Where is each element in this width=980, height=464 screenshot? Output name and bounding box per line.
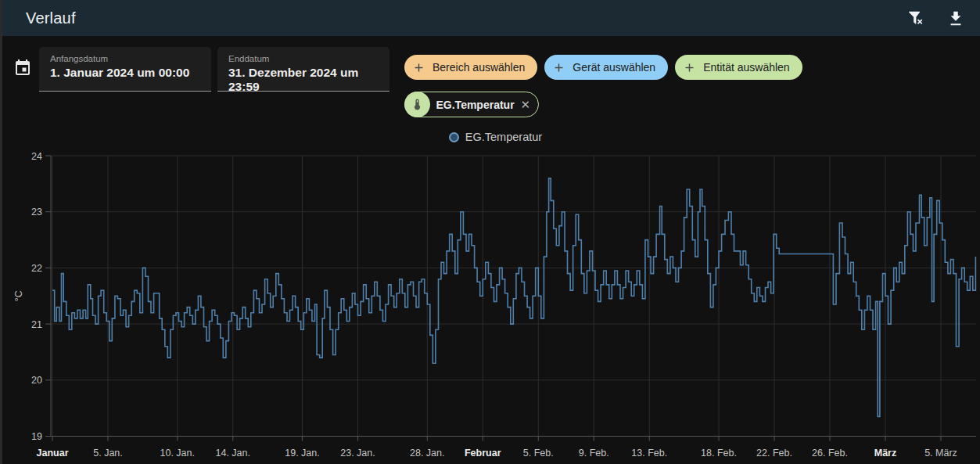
start-date-label: Anfangsdatum xyxy=(50,54,200,63)
download-icon xyxy=(947,9,964,27)
close-icon[interactable]: ✕ xyxy=(521,99,531,110)
svg-text:Januar: Januar xyxy=(37,448,69,459)
svg-text:14. Jan.: 14. Jan. xyxy=(216,448,250,459)
plus-icon xyxy=(552,61,565,74)
selected-entities-row: EG.Temperatur ✕ xyxy=(404,92,539,117)
plus-icon xyxy=(412,61,425,74)
end-date-label: Enddatum xyxy=(228,54,379,63)
svg-text:5. Feb.: 5. Feb. xyxy=(523,448,554,459)
add-device-chip-label: Gerät auswählen xyxy=(573,61,655,74)
svg-text:°C: °C xyxy=(13,290,24,301)
download-button[interactable] xyxy=(946,8,966,28)
svg-text:26. Feb.: 26. Feb. xyxy=(812,448,848,459)
add-entity-chip-label: Entität auswählen xyxy=(703,61,790,74)
entity-chip-label: EG.Temperatur xyxy=(436,99,515,111)
entity-avatar xyxy=(404,92,430,117)
thermometer-icon xyxy=(411,98,424,111)
svg-text:Februar: Februar xyxy=(465,448,501,459)
remove-filters-button[interactable] xyxy=(905,8,925,28)
entity-chip-eg-temperatur[interactable]: EG.Temperatur ✕ xyxy=(404,92,539,117)
page-title: Verlauf xyxy=(26,9,76,27)
legend-label: EG.Temperatur xyxy=(465,131,542,143)
add-entity-chip[interactable]: Entität auswählen xyxy=(675,55,802,80)
add-area-chip-label: Bereich auswählen xyxy=(433,61,525,74)
svg-text:24: 24 xyxy=(31,151,42,162)
start-date-value: 1. Januar 2024 um 00:00 xyxy=(50,66,189,79)
app-header: Verlauf xyxy=(0,0,980,36)
filter-remove-icon xyxy=(906,9,924,27)
add-area-chip[interactable]: Bereich auswählen xyxy=(404,55,537,80)
svg-text:18. Feb.: 18. Feb. xyxy=(701,448,737,459)
add-device-chip[interactable]: Gerät auswählen xyxy=(544,55,668,80)
svg-text:13. Feb.: 13. Feb. xyxy=(631,448,667,459)
svg-text:28. Jan.: 28. Jan. xyxy=(410,448,444,459)
svg-text:23. Jan.: 23. Jan. xyxy=(340,448,375,459)
svg-text:9. Feb.: 9. Feb. xyxy=(579,448,609,459)
svg-text:März: März xyxy=(874,448,896,459)
svg-text:19. Jan.: 19. Jan. xyxy=(285,448,319,459)
legend-marker xyxy=(449,132,459,142)
svg-text:22: 22 xyxy=(31,263,42,274)
header-actions xyxy=(905,8,966,28)
filter-chips-row: Bereich auswählen Gerät auswählen Entitä… xyxy=(404,55,802,80)
svg-text:22. Feb.: 22. Feb. xyxy=(756,448,792,459)
chart-legend: EG.Temperatur xyxy=(0,131,980,143)
svg-text:21: 21 xyxy=(31,319,42,330)
svg-text:19: 19 xyxy=(31,431,42,442)
svg-text:5. Jan.: 5. Jan. xyxy=(93,448,123,459)
plus-icon xyxy=(683,61,696,74)
end-date-value: 31. Dezember 2024 um 23:59 xyxy=(228,66,358,93)
end-date-field[interactable]: Enddatum 31. Dezember 2024 um 23:59 xyxy=(217,47,389,92)
calendar-icon xyxy=(13,59,32,77)
svg-text:20: 20 xyxy=(31,375,42,386)
svg-text:10. Jan.: 10. Jan. xyxy=(160,448,195,459)
calendar-button[interactable] xyxy=(13,59,32,80)
svg-text:5. März: 5. März xyxy=(924,448,957,459)
legend-item-eg-temperatur[interactable]: EG.Temperatur xyxy=(449,131,542,143)
svg-text:23: 23 xyxy=(31,207,42,218)
left-edge-strip xyxy=(0,0,2,464)
start-date-field[interactable]: Anfangsdatum 1. Januar 2024 um 00:00 xyxy=(39,47,211,92)
